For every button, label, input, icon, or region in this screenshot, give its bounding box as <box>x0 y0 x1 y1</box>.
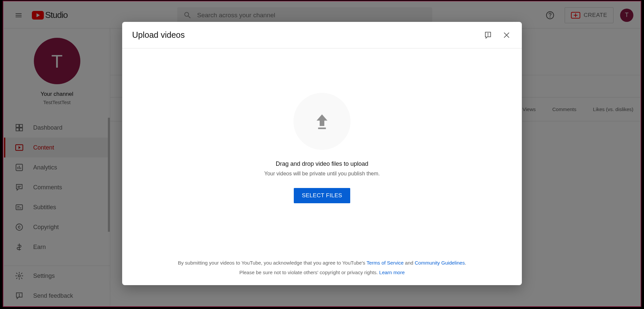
upload-arrow-icon <box>313 112 331 131</box>
upload-dropzone[interactable] <box>293 93 351 150</box>
svg-rect-14 <box>318 128 326 129</box>
select-files-button[interactable]: SELECT FILES <box>294 188 350 203</box>
modal-footer-text: By submitting your videos to YouTube, yo… <box>122 254 522 285</box>
guidelines-link[interactable]: Community Guidelines <box>415 260 465 266</box>
modal-overlay[interactable]: Upload videos Drag and drop video files … <box>0 0 644 309</box>
close-icon[interactable] <box>501 30 512 40</box>
drop-text: Drag and drop video files to upload <box>276 160 368 167</box>
svg-point-13 <box>488 35 488 36</box>
private-text: Your videos will be private until you pu… <box>264 171 380 177</box>
upload-modal: Upload videos Drag and drop video files … <box>122 22 522 285</box>
learn-more-link[interactable]: Learn more <box>379 270 405 275</box>
tos-link[interactable]: Terms of Service <box>366 260 404 266</box>
modal-title: Upload videos <box>132 30 185 40</box>
feedback-icon[interactable] <box>483 30 493 40</box>
